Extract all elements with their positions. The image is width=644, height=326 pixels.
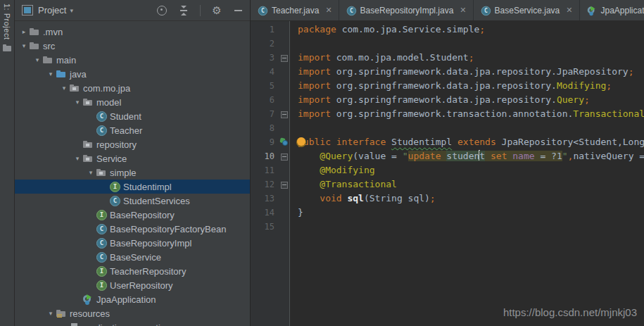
tool-window-stripe: 1: Project: [0, 0, 15, 326]
interface-icon: I: [96, 209, 107, 220]
tree-item-userrepository[interactable]: IUserRepository: [15, 278, 250, 292]
code-text: [292, 220, 298, 234]
folder-icon: [42, 54, 53, 65]
code-line-12[interactable]: 12 @Transactional: [251, 177, 644, 192]
tab-close-icon[interactable]: ✕: [566, 6, 572, 15]
tab-close-icon[interactable]: ✕: [460, 6, 466, 15]
code-line-11[interactable]: 11 @Modifying: [251, 163, 644, 177]
tree-item-baseservice[interactable]: CBaseService: [15, 250, 250, 264]
tree-item-baserepositoryimpl[interactable]: CBaseRepositoryImpl: [15, 236, 250, 250]
fold-marker-icon[interactable]: [281, 153, 288, 161]
chevron-down-icon[interactable]: ▾: [70, 7, 73, 14]
tree-item-studentimpl[interactable]: IStudentimpl: [15, 180, 250, 194]
tree-item-baserepositoryfactorybean[interactable]: CBaseRepositoryFactoryBean: [15, 222, 250, 236]
tree-item-service[interactable]: ▾Service: [15, 151, 250, 165]
tree-item-simple[interactable]: ▾simple: [15, 165, 250, 180]
project-stripe-button[interactable]: 1: Project: [3, 4, 11, 39]
line-number: 3: [251, 51, 277, 65]
tree-collapse-arrow-icon[interactable]: ▾: [46, 310, 56, 317]
spring-bean-gutter-icon[interactable]: [280, 138, 287, 145]
code-token: [298, 165, 320, 175]
tree-collapse-arrow-icon[interactable]: ▾: [59, 84, 69, 92]
project-panel-title[interactable]: Project: [38, 5, 66, 15]
code-token: (String sql): [364, 193, 430, 203]
intention-bulb-icon[interactable]: [297, 137, 305, 146]
tree-item-repository[interactable]: repository: [15, 137, 250, 151]
tree-item-application-properties[interactable]: application.properties: [15, 320, 250, 326]
code-line-8[interactable]: 8: [251, 121, 644, 135]
tree-item-com-mo-jpa[interactable]: ▾com.mo.jpa: [15, 81, 250, 95]
tree-collapse-arrow-icon[interactable]: ▾: [19, 42, 29, 49]
tree-item-model[interactable]: ▾model: [15, 95, 250, 109]
code-token: org.springframework.data.jpa.repository.: [336, 94, 557, 105]
code-text: @Modifying: [292, 163, 375, 177]
gutter-marker-column: [277, 37, 292, 51]
tree-item-main[interactable]: ▾main: [15, 53, 250, 67]
tree-item-label: main: [56, 55, 76, 65]
tree-expand-arrow-icon[interactable]: ▸: [19, 28, 29, 35]
code-line-1[interactable]: 1package com.mo.jpa.Service.simple;: [251, 23, 644, 37]
tree-item-baserepository[interactable]: IBaseRepository: [15, 208, 250, 222]
tab-label: BaseRepositoryImpl.java: [360, 6, 454, 15]
tree-collapse-arrow-icon[interactable]: ▾: [46, 70, 56, 77]
tree-item-teacherrepository[interactable]: ITeacherRepository: [15, 264, 250, 278]
tree-item-studentservices[interactable]: CStudentServices: [15, 194, 250, 208]
tree-collapse-arrow-icon[interactable]: ▾: [72, 99, 82, 106]
tab-close-icon[interactable]: ✕: [325, 6, 332, 15]
code-token: Query: [557, 94, 584, 105]
code-line-7[interactable]: 7import org.springframework.transaction.…: [251, 107, 644, 121]
tree-item-resources[interactable]: ▾resources: [15, 306, 250, 320]
tree-collapse-arrow-icon[interactable]: ▾: [32, 56, 42, 63]
code-text: [292, 121, 298, 135]
tab-jpaapplication-java[interactable]: JpaApplication.java✕: [580, 0, 644, 20]
code-line-3[interactable]: 3import com.mo.jpa.model.Student;: [251, 51, 644, 65]
properties-icon: [69, 322, 80, 326]
code-line-5[interactable]: 5import org.springframework.data.jpa.rep…: [251, 79, 644, 93]
code-editor[interactable]: 1package com.mo.jpa.Service.simple;23imp…: [251, 21, 644, 326]
code-line-10[interactable]: 10 @Query(value = "update student set na…: [251, 149, 644, 163]
code-line-9[interactable]: 9public interface Studentimpl extends Jp…: [251, 135, 644, 149]
code-line-2[interactable]: 2: [251, 37, 644, 51]
tab-baserepositoryimpl-java[interactable]: CBaseRepositoryImpl.java✕: [339, 0, 474, 20]
code-line-4[interactable]: 4import org.springframework.data.jpa.rep…: [251, 65, 644, 79]
tree-item-mvn[interactable]: ▸.mvn: [15, 25, 250, 39]
collapse-all-icon[interactable]: [178, 5, 189, 16]
code-line-13[interactable]: 13 void sql(String sql);: [251, 192, 644, 206]
code-line-14[interactable]: 14}: [251, 206, 644, 220]
tab-teacher-java[interactable]: CTeacher.java✕: [251, 0, 339, 20]
code-token: import: [298, 52, 336, 63]
code-token: Studentimpl: [391, 137, 452, 147]
code-line-6[interactable]: 6import org.springframework.data.jpa.rep…: [251, 93, 644, 107]
tab-label: BaseService.java: [495, 6, 560, 15]
tree-collapse-arrow-icon[interactable]: ▾: [72, 155, 82, 162]
code-token: = ?1: [535, 151, 562, 161]
tree-item-teacher[interactable]: CTeacher: [15, 123, 250, 137]
folder-icon: [29, 40, 40, 51]
fold-marker-icon[interactable]: [281, 111, 288, 118]
fold-marker-icon[interactable]: [281, 182, 288, 189]
locate-icon[interactable]: [156, 5, 168, 16]
project-panel-header: Project ▾ ⚙: [15, 0, 250, 21]
tree-collapse-arrow-icon[interactable]: ▾: [86, 169, 96, 176]
code-token: ;: [629, 66, 634, 77]
tree-item-src[interactable]: ▾src: [15, 39, 250, 53]
code-token: public interface: [298, 137, 391, 147]
line-number: 7: [251, 107, 277, 121]
code-token: ;: [479, 24, 485, 35]
code-text: package com.mo.jpa.Service.simple;: [292, 23, 485, 37]
tree-item-java[interactable]: ▾java: [15, 67, 250, 81]
code-token: }: [298, 207, 303, 218]
code-text: @Transactional: [292, 177, 397, 192]
settings-gear-icon[interactable]: ⚙: [211, 5, 222, 16]
tree-item-student[interactable]: CStudent: [15, 109, 250, 123]
boot-icon: [586, 5, 596, 15]
hide-panel-icon[interactable]: [233, 5, 244, 16]
code-token: set: [491, 151, 507, 161]
code-token: [298, 193, 320, 203]
gutter-marker-column: [277, 149, 292, 163]
tree-item-jpaapplication[interactable]: JpaApplication: [15, 292, 250, 306]
tab-baseservice-java[interactable]: CBaseService.java✕: [474, 0, 580, 20]
gutter-marker-column: [277, 65, 292, 79]
code-line-15[interactable]: 15: [251, 220, 644, 234]
fold-marker-icon[interactable]: [281, 55, 288, 62]
